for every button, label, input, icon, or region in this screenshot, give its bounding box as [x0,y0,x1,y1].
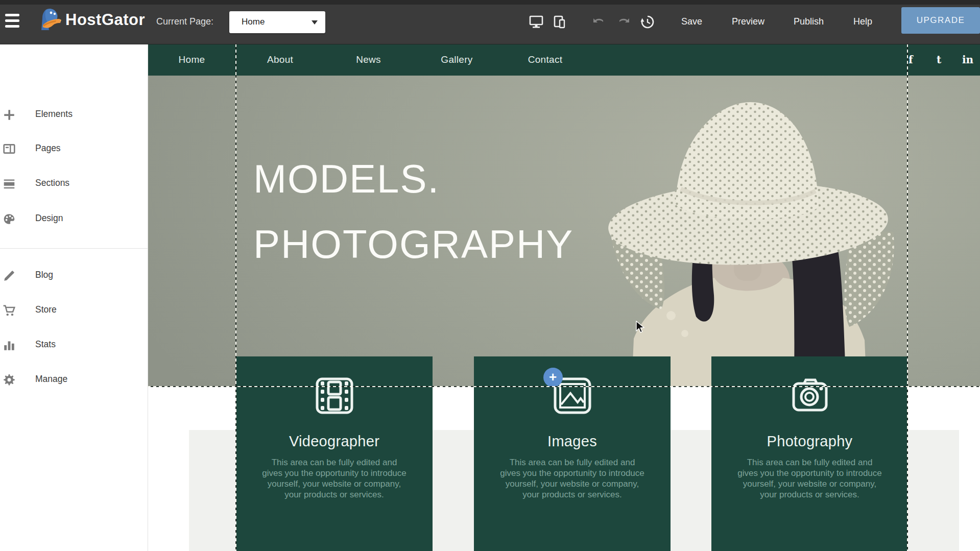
card-title: Videographer [236,433,433,450]
preview-button[interactable]: Preview [732,16,764,27]
hamburger-menu-icon[interactable] [5,14,19,30]
sidebar-item-store[interactable]: Store [0,303,148,318]
hero-title-line2: PHOTOGRAPHY [253,211,573,277]
history-icon[interactable] [640,15,655,29]
sidebar-label: Store [35,304,57,315]
section-guide-right [907,44,908,551]
bar-chart-icon [3,339,16,352]
hero-photo-model-with-hat [566,76,980,387]
sidebar-item-manage[interactable]: Manage [0,372,148,388]
mouse-cursor [635,321,648,334]
publish-button[interactable]: Publish [794,16,824,27]
upgrade-button[interactable]: UPGRADE [901,7,980,34]
pages-icon [3,142,16,156]
sidebar-label: Blog [35,270,53,280]
site-navbar: Home About News Gallery Contact f t in [148,44,980,76]
facebook-icon[interactable]: f [909,44,913,76]
sidebar-label: Sections [35,178,69,188]
hero-title-line1: MODELS. [253,146,573,211]
redo-icon[interactable] [617,15,631,29]
help-button[interactable]: Help [853,16,872,27]
app-window: HostGator Current Page: Home [0,0,980,551]
site-nav-gallery[interactable]: Gallery [413,44,501,76]
editor-topbar: HostGator Current Page: Home [0,0,980,44]
sidebar-item-stats[interactable]: Stats [0,338,148,353]
desktop-view-icon[interactable] [529,15,543,29]
sidebar-label: Pages [35,143,61,154]
card-body-text: This area can be fully edited and gives … [737,457,882,500]
sidebar-item-design[interactable]: Design [0,211,148,227]
site-nav-about[interactable]: About [236,44,324,76]
sections-icon [3,177,16,190]
sidebar-label: Stats [35,339,56,350]
sidebar-item-blog[interactable]: Blog [0,268,148,283]
sidebar-label: Elements [35,109,73,119]
hero-title[interactable]: MODELS. PHOTOGRAPHY [253,146,573,277]
chevron-down-icon [312,20,318,25]
current-page-label: Current Page: [156,16,213,27]
section-guide-bottom [148,386,980,387]
site-nav-home[interactable]: Home [148,44,236,76]
palette-icon [3,212,16,226]
card-body-text: This area can be fully edited and gives … [262,457,407,500]
sidebar-item-elements[interactable]: Elements [0,107,148,123]
card-title: Photography [711,433,908,450]
page-select-dropdown[interactable]: Home [229,11,325,33]
editor-sidebar: Elements Pages Sections De [0,44,148,551]
brand-name: HostGator [65,11,145,29]
mobile-view-icon[interactable] [553,15,567,29]
cart-icon [3,304,16,317]
plus-icon: + [549,370,557,384]
card-body-text: This area can be fully edited and gives … [500,457,645,500]
card-title: Images [474,433,671,450]
linkedin-icon[interactable]: in [962,44,973,76]
hostgator-gator-icon [39,8,62,32]
page-select-value: Home [242,17,265,27]
sidebar-item-sections[interactable]: Sections [0,176,148,191]
sidebar-label: Manage [35,374,67,385]
save-button[interactable]: Save [681,16,702,27]
section-guide-left [235,44,236,551]
site-nav-news[interactable]: News [324,44,413,76]
sidebar-label: Design [35,213,63,224]
pencil-icon [3,269,16,282]
sidebar-item-pages[interactable]: Pages [0,141,148,157]
sidebar-divider [0,248,148,249]
gear-icon [3,373,16,387]
hero-section[interactable]: MODELS. PHOTOGRAPHY [148,76,980,387]
camera-icon [791,377,829,415]
twitter-icon[interactable]: t [937,44,941,76]
site-nav-contact[interactable]: Contact [501,44,589,76]
film-icon [315,377,354,415]
undo-icon[interactable] [591,15,606,29]
hostgator-logo: HostGator [39,8,145,32]
plus-icon [3,108,16,122]
add-image-button[interactable]: + [543,368,563,387]
